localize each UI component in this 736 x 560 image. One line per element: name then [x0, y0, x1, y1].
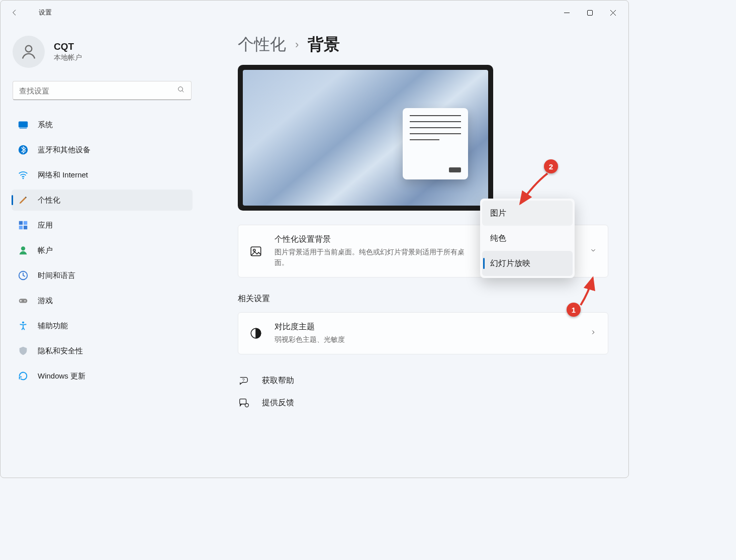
image-icon: [249, 245, 262, 258]
person-icon: [18, 245, 29, 256]
option-label: 图片: [490, 208, 506, 219]
bluetooth-icon: [18, 144, 29, 155]
desktop-preview: [238, 65, 493, 211]
svg-point-17: [253, 249, 255, 251]
related-settings-heading: 相关设置: [238, 294, 608, 304]
update-icon: [18, 370, 29, 382]
nav-accounts[interactable]: 帐户: [12, 240, 193, 261]
search-input[interactable]: [19, 86, 177, 95]
svg-rect-0: [587, 10, 592, 15]
contrast-theme-card[interactable]: 对比度主题 弱视彩色主题、光敏度: [238, 312, 608, 354]
svg-point-2: [178, 87, 183, 91]
window-controls: [555, 5, 624, 21]
wifi-icon: [18, 169, 29, 180]
nav-label: 隐私和安全性: [38, 346, 83, 356]
preview-widget: [403, 108, 468, 179]
link-label: 提供反馈: [262, 398, 294, 408]
nav-label: 帐户: [38, 246, 53, 255]
svg-rect-20: [240, 399, 246, 404]
chevron-right-icon: ›: [295, 38, 299, 51]
feedback-icon: [238, 397, 250, 409]
svg-point-15: [22, 321, 24, 323]
nav-network[interactable]: 网络和 Internet: [12, 164, 193, 185]
nav-system[interactable]: 系统: [12, 114, 193, 135]
shield-icon: [18, 345, 29, 356]
app-title: 设置: [39, 8, 52, 17]
svg-rect-7: [19, 221, 23, 225]
dropdown-option-picture[interactable]: 图片: [482, 201, 573, 226]
card-title: 个性化设置背景: [274, 234, 466, 245]
card-desc: 图片背景适用于当前桌面。纯色或幻灯片背景则适用于所有桌面。: [274, 247, 466, 268]
title-bar: 设置: [1, 1, 628, 25]
nav-personalize[interactable]: 个性化: [12, 190, 193, 211]
system-icon: [18, 119, 29, 130]
breadcrumb-parent[interactable]: 个性化: [238, 34, 286, 56]
nav-label: 蓝牙和其他设备: [38, 145, 90, 155]
minimize-button[interactable]: [555, 5, 578, 21]
apps-icon: [18, 220, 29, 231]
svg-point-11: [21, 246, 25, 250]
breadcrumb: 个性化 › 背景: [238, 34, 608, 56]
svg-rect-3: [19, 122, 28, 128]
annotation-badge-2: 2: [544, 159, 558, 173]
svg-point-21: [245, 404, 248, 407]
accessibility-icon: [18, 320, 29, 331]
svg-rect-4: [20, 128, 27, 128]
nav-update[interactable]: Windows 更新: [12, 365, 193, 387]
nav-accessibility[interactable]: 辅助功能: [12, 315, 193, 336]
svg-point-14: [24, 300, 25, 301]
clock-globe-icon: [18, 270, 29, 281]
svg-rect-10: [24, 226, 27, 229]
nav-label: 个性化: [38, 196, 60, 205]
profile-type: 本地帐户: [54, 53, 82, 62]
paintbrush-icon: [18, 195, 29, 206]
search-icon: [177, 85, 185, 96]
nav-apps[interactable]: 应用: [12, 215, 193, 236]
avatar: [13, 36, 45, 68]
card-title: 对比度主题: [274, 322, 345, 332]
card-desc: 弱视彩色主题、光敏度: [274, 334, 345, 345]
annotation-badge-1: 1: [567, 303, 581, 317]
maximize-button[interactable]: [578, 5, 601, 21]
nav-label: 时间和语言: [38, 271, 75, 281]
gamepad-icon: [18, 295, 29, 306]
give-feedback-link[interactable]: 提供反馈: [238, 392, 608, 414]
svg-rect-9: [19, 226, 23, 229]
help-icon: ?: [238, 375, 250, 387]
back-button[interactable]: [5, 3, 25, 23]
nav-label: 游戏: [38, 296, 53, 306]
nav-privacy[interactable]: 隐私和安全性: [12, 340, 193, 361]
nav-time[interactable]: 时间和语言: [12, 265, 193, 286]
profile-block[interactable]: CQT 本地帐户: [1, 36, 202, 68]
svg-point-6: [23, 177, 24, 179]
page-title: 背景: [308, 34, 340, 56]
dropdown-option-solid[interactable]: 纯色: [482, 226, 573, 251]
svg-text:?: ?: [242, 378, 245, 383]
option-label: 幻灯片放映: [490, 258, 530, 269]
svg-rect-8: [24, 221, 27, 225]
close-button[interactable]: [601, 5, 624, 21]
nav-label: Windows 更新: [38, 371, 85, 381]
contrast-icon: [249, 327, 262, 340]
nav-list: 系统 蓝牙和其他设备 网络和 Internet 个性化 应用 帐户: [1, 114, 202, 478]
nav-label: 系统: [38, 120, 53, 130]
nav-bluetooth[interactable]: 蓝牙和其他设备: [12, 139, 193, 160]
option-label: 纯色: [490, 233, 506, 244]
link-label: 获取帮助: [262, 376, 294, 386]
svg-point-1: [26, 46, 32, 52]
nav-label: 网络和 Internet: [38, 170, 88, 180]
chevron-down-icon[interactable]: [590, 247, 597, 256]
dropdown-option-slideshow[interactable]: 幻灯片放映: [482, 251, 573, 276]
search-box[interactable]: [13, 81, 192, 100]
profile-name: CQT: [54, 41, 82, 52]
background-type-dropdown[interactable]: 图片 纯色 幻灯片放映: [480, 199, 575, 278]
sidebar: CQT 本地帐户 系统 蓝牙和其他设备 网络和 Internet: [1, 25, 202, 478]
nav-label: 辅助功能: [38, 321, 68, 331]
nav-gaming[interactable]: 游戏: [12, 290, 193, 311]
get-help-link[interactable]: ? 获取帮助: [238, 369, 608, 392]
nav-label: 应用: [38, 221, 53, 230]
chevron-right-icon[interactable]: [590, 329, 597, 338]
